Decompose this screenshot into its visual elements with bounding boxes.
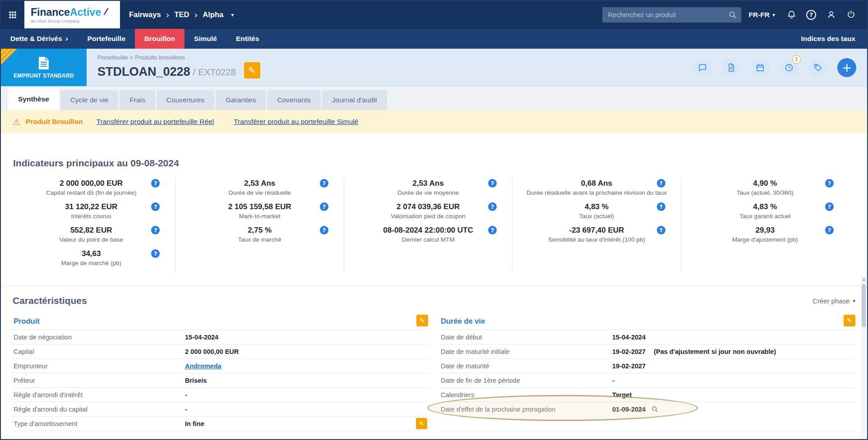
logo-text-finance: Finance xyxy=(31,7,70,18)
locale-label: FR-FR xyxy=(748,11,770,19)
app-launcher-button[interactable] xyxy=(1,10,24,19)
chevron-down-icon xyxy=(853,298,855,304)
add-button[interactable] xyxy=(837,58,856,77)
table-row: Prêteur Briseis xyxy=(13,373,428,387)
row-label: Date de maturité initiale xyxy=(440,348,612,355)
vertical-scrollbar[interactable] xyxy=(861,276,867,439)
nav-item-entites[interactable]: Entités xyxy=(226,29,269,49)
help-icon[interactable] xyxy=(657,179,665,188)
product-type-tile[interactable]: EMPRUNT STANDARD xyxy=(1,49,87,86)
nav-item-brouillon[interactable]: Brouillon xyxy=(135,29,185,49)
scrollbar-thumb[interactable] xyxy=(862,284,866,327)
row-value: - xyxy=(612,377,614,384)
tab-cycle-de-vie[interactable]: Cycle de vie xyxy=(60,90,118,110)
prorogation-search-button[interactable] xyxy=(651,405,659,413)
tab-covenants[interactable]: Covenants xyxy=(267,90,320,110)
brand-logo[interactable]: FinanceActive an Altus Group company xyxy=(24,1,120,28)
indicator-column: 0,68 Ans Durée résiduelle avant la proch… xyxy=(512,178,680,272)
comments-button[interactable] xyxy=(693,58,712,77)
breadcrumb-item-client[interactable]: Fairways xyxy=(129,10,161,19)
transfer-simulated-link[interactable]: Transférer produit au portefeuille Simul… xyxy=(234,118,358,126)
help-icon[interactable] xyxy=(825,226,834,234)
locale-selector[interactable]: FR-FR xyxy=(748,11,775,19)
help-icon xyxy=(806,10,816,20)
characteristics-title: Caractéristiques xyxy=(13,295,87,306)
breadcrumb-item-entity[interactable]: Alpha xyxy=(203,10,223,19)
indicator: 2 000 000,00 EUR Capital restant dû (fin… xyxy=(7,179,175,197)
product-tabs: Synthèse Cycle de vie Frais Couvertures … xyxy=(1,87,867,110)
help-icon[interactable] xyxy=(825,202,834,211)
transfer-real-link[interactable]: Transférer produit au portefeuille Réel xyxy=(97,118,214,126)
nav-item-indices-des-taux[interactable]: Indices des taux xyxy=(789,29,867,49)
indicator: 2,75 % Taux de marché xyxy=(175,225,343,243)
power-icon xyxy=(846,9,856,20)
help-icon[interactable] xyxy=(320,226,328,234)
indicator-label: Durée de vie moyenne xyxy=(344,189,512,197)
draft-ribbon xyxy=(1,49,17,65)
indicator: 552,82 EUR Valeur du point de base xyxy=(7,225,175,243)
table-row: Type d'amortissement In fine xyxy=(13,416,428,431)
row-label: Emprunteur xyxy=(13,362,185,370)
indicator: 4,83 % Taux garanti actuel xyxy=(681,202,849,220)
help-icon[interactable] xyxy=(320,202,328,211)
account-button[interactable] xyxy=(821,5,841,25)
tab-synthese[interactable]: Synthèse xyxy=(8,88,59,110)
logout-button[interactable] xyxy=(841,5,861,25)
row-label: Règle d'arrondi d'intérêt xyxy=(13,391,185,399)
product-external-id: EXT0228 xyxy=(198,66,235,78)
product-type-label: EMPRUNT STANDARD xyxy=(14,73,74,79)
edit-amortization-button[interactable] xyxy=(416,418,427,429)
history-button[interactable]: 1 xyxy=(780,58,799,77)
draft-status-label: Produit Brouillon xyxy=(26,118,83,126)
nav-item-simule[interactable]: Simulé xyxy=(185,29,226,49)
panel-duree-title: Durée de vie xyxy=(440,313,855,330)
help-icon[interactable] xyxy=(825,179,834,188)
nav-item-dette-derives[interactable]: Dette & Dérivés xyxy=(1,29,78,49)
indicator: 08-08-2024 22:00:00 UTC Dernier calcul M… xyxy=(344,225,512,243)
history-count-badge: 1 xyxy=(792,55,801,64)
search-input[interactable] xyxy=(602,7,741,23)
indicator-label: Marge de marché (pb) xyxy=(7,259,175,267)
indicator-value: 2,53 Ans xyxy=(344,179,512,188)
nav-item-portefeuille[interactable]: Portefeuille xyxy=(78,29,135,49)
help-icon[interactable] xyxy=(657,202,665,211)
tab-garanties[interactable]: Garanties xyxy=(216,90,266,110)
tab-couvertures[interactable]: Couvertures xyxy=(157,90,214,110)
product-breadcrumb[interactable]: Portefeuille > Produits brouillons xyxy=(97,54,260,61)
help-icon[interactable] xyxy=(657,226,665,234)
documents-button[interactable] xyxy=(722,58,741,77)
logo-text-active: Active xyxy=(70,7,101,18)
row-value: 15-04-2024 xyxy=(612,334,646,341)
indicator: 2 074 039,36 EUR Valorisation pied de co… xyxy=(344,202,512,220)
breadcrumb-item-group[interactable]: TED xyxy=(174,10,189,19)
edit-duree-button[interactable] xyxy=(844,315,855,326)
indicator-column: 2 000 000,00 EUR Capital restant dû (fin… xyxy=(7,178,175,272)
row-label: Capital xyxy=(13,348,185,355)
chevron-down-icon[interactable] xyxy=(231,12,234,18)
tab-frais[interactable]: Frais xyxy=(120,90,155,110)
notifications-button[interactable] xyxy=(781,5,801,25)
help-icon[interactable] xyxy=(320,179,328,188)
search-icon[interactable] xyxy=(728,10,738,20)
scroll-up-arrow[interactable] xyxy=(861,276,867,283)
table-row: Emprunteur Andromeda xyxy=(13,358,428,373)
edit-produit-button[interactable] xyxy=(416,315,428,326)
indicator-label: Valorisation pied de coupon xyxy=(344,212,512,220)
tab-journal-audit[interactable]: Journal d'audit xyxy=(322,90,387,110)
row-note: (Pas d'ajustement si jour non ouvrable) xyxy=(654,348,776,355)
main-content: Indicateurs principaux au 09-08-2024 2 0… xyxy=(1,133,867,439)
calendar-button[interactable] xyxy=(751,58,770,77)
indicator: 4,83 % Taux (actuel) xyxy=(512,202,680,220)
row-label: Prêteur xyxy=(13,377,185,384)
chevron-right-icon xyxy=(166,10,170,20)
product-action-buttons: 1 xyxy=(693,58,856,77)
borrower-link[interactable]: Andromeda xyxy=(185,362,222,370)
tags-button[interactable] xyxy=(808,58,827,77)
indicator-value: 4,83 % xyxy=(681,202,849,211)
indicator: 0,68 Ans Durée résiduelle avant la proch… xyxy=(512,179,680,197)
user-icon xyxy=(826,9,836,20)
create-phase-button[interactable]: Créer phase xyxy=(813,297,855,305)
help-button[interactable] xyxy=(801,5,821,25)
edit-product-name-button[interactable] xyxy=(244,62,260,78)
indicator: 2 105 159,58 EUR Mark-to-market xyxy=(175,202,343,220)
